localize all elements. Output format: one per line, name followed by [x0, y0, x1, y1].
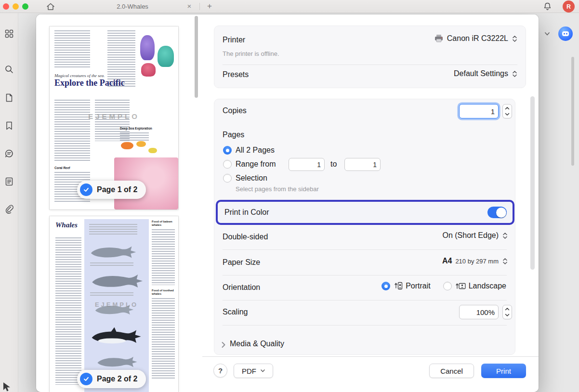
- footer-divider: [202, 356, 539, 357]
- pages-label: Pages: [223, 131, 244, 139]
- page-1-thumbnail[interactable]: Magical creatures of the sea. Explore th…: [50, 26, 178, 209]
- presets-label: Presets: [223, 70, 249, 79]
- paper-size-select[interactable]: A4 210 by 297 mm: [442, 257, 508, 265]
- printer-status: The printer is offline.: [223, 50, 279, 57]
- copies-label: Copies: [223, 106, 247, 115]
- stepper-down-icon: [505, 113, 510, 116]
- copies-stepper[interactable]: [502, 104, 512, 118]
- whale-illustration: [96, 355, 138, 369]
- landscape-radio[interactable]: [443, 282, 452, 290]
- row-divider: [223, 300, 507, 301]
- app-scrollbar[interactable]: [571, 57, 574, 166]
- page2-right-column: Food of baleen whales Food of toothed wh…: [152, 220, 175, 380]
- pdf-label: PDF: [242, 367, 256, 375]
- whale-illustration: [90, 272, 144, 290]
- preview-panel: Magical creatures of the sea. Explore th…: [36, 14, 202, 392]
- file-icon[interactable]: [4, 93, 14, 103]
- copies-value: 1: [491, 107, 495, 116]
- dropdown-chevrons-icon: [502, 257, 508, 265]
- orientation-label: Orientation: [223, 283, 260, 292]
- scaling-input[interactable]: 100%: [459, 305, 499, 319]
- tab-title[interactable]: 2.0-Whales: [82, 0, 183, 13]
- updf-ai-icon[interactable]: [558, 26, 573, 41]
- range-to-label: to: [330, 160, 337, 169]
- titlebar: 2.0-Whales × + R: [0, 0, 579, 13]
- paper-size-detail: 210 by 297 mm: [455, 258, 499, 265]
- dropdown-chevrons-icon: [502, 232, 508, 240]
- home-icon[interactable]: [46, 2, 55, 11]
- landscape-label[interactable]: Landscape: [469, 282, 506, 290]
- portrait-label[interactable]: Portrait: [406, 282, 431, 290]
- landscape-icon: [455, 281, 466, 291]
- check-circle-icon: [80, 373, 92, 385]
- outline-doc-icon[interactable]: [4, 177, 14, 186]
- stepper-up-icon: [505, 106, 510, 110]
- print-options-group: Copies 1 Pages All 2 Pages Range from 1 …: [214, 99, 515, 355]
- dropdown-chevrons-icon: [512, 35, 518, 43]
- comment-icon[interactable]: [4, 149, 14, 158]
- cancel-button[interactable]: Cancel: [429, 364, 474, 378]
- thumbnail-text-block: [120, 132, 149, 141]
- pdf-menu-button[interactable]: PDF: [234, 364, 273, 378]
- close-window-button[interactable]: [3, 3, 9, 10]
- thumbnail-scrollbar[interactable]: [195, 16, 198, 98]
- print-button[interactable]: Print: [481, 364, 526, 378]
- print-dialog: Magical creatures of the sea. Explore th…: [36, 14, 539, 392]
- media-quality-disclosure[interactable]: Media & Quality: [214, 336, 515, 355]
- copies-input[interactable]: 1: [459, 104, 499, 118]
- chevron-down-icon[interactable]: [544, 30, 551, 37]
- pages-selection-radio[interactable]: [223, 174, 232, 183]
- thumbnail-text-block: [152, 229, 175, 285]
- presets-select[interactable]: Default Settings: [454, 69, 518, 78]
- minimize-window-button[interactable]: [13, 3, 19, 10]
- pages-all-radio[interactable]: [223, 146, 232, 155]
- apps-grid-icon[interactable]: [4, 29, 14, 39]
- row-divider: [223, 249, 507, 250]
- page-2-thumbnail[interactable]: Whales EJEMPLO Food of baleen whales: [50, 216, 178, 392]
- range-to-input[interactable]: 1: [344, 158, 381, 171]
- row-divider: [223, 275, 507, 275]
- pages-range-label[interactable]: Range from: [236, 160, 276, 169]
- paper-size-label: Paper Size: [223, 258, 260, 267]
- tab-divider: [199, 3, 200, 10]
- search-icon[interactable]: [4, 65, 14, 74]
- avatar[interactable]: R: [563, 0, 575, 13]
- dropdown-chevrons-icon: [512, 70, 518, 78]
- close-tab-icon[interactable]: ×: [185, 1, 193, 11]
- check-circle-icon: [80, 183, 92, 196]
- presets-value: Default Settings: [454, 69, 508, 78]
- double-sided-value: On (Short Edge): [443, 231, 499, 240]
- pages-selection-label[interactable]: Selection: [236, 174, 267, 183]
- coral-image: [140, 35, 155, 60]
- fish-image: [148, 148, 157, 153]
- paperclip-icon[interactable]: [4, 204, 14, 214]
- pdf-chevron-icon: [261, 369, 265, 372]
- print-settings-panel: Printer Canon iR C3222L The printer is o…: [202, 14, 539, 392]
- pages-all-label[interactable]: All 2 Pages: [236, 146, 275, 155]
- double-sided-select[interactable]: On (Short Edge): [443, 231, 509, 240]
- scaling-stepper[interactable]: [502, 305, 512, 319]
- thumbnail-text-block: [89, 224, 137, 235]
- cursor-icon: [2, 382, 13, 392]
- bell-icon[interactable]: [543, 2, 552, 11]
- thumbnail-text-block: [90, 262, 133, 266]
- pages-selection-hint: Select pages from the sidebar: [236, 185, 319, 193]
- thumbnail-text-block: [55, 237, 81, 385]
- page2-title: Whales: [55, 221, 78, 229]
- range-from-input[interactable]: 1: [289, 158, 325, 171]
- zoom-window-button[interactable]: [22, 3, 28, 10]
- help-button[interactable]: ?: [213, 364, 227, 378]
- bookmark-icon[interactable]: [4, 121, 14, 131]
- paper-size-value: A4: [442, 257, 452, 265]
- media-quality-label: Media & Quality: [230, 340, 284, 348]
- page-2-badge-label: Page 2 of 2: [97, 375, 137, 383]
- range-from-value: 1: [317, 161, 321, 169]
- pages-range-radio[interactable]: [223, 160, 232, 169]
- printer-select[interactable]: Canon iR C3222L: [434, 34, 518, 43]
- print-in-color-toggle[interactable]: [487, 207, 507, 218]
- portrait-radio[interactable]: [382, 282, 390, 290]
- coral-image: [141, 63, 156, 77]
- new-tab-icon[interactable]: +: [205, 1, 214, 12]
- settings-scrollbar[interactable]: [530, 96, 535, 270]
- page1-kicker: Magical creatures of the sea.: [54, 73, 105, 78]
